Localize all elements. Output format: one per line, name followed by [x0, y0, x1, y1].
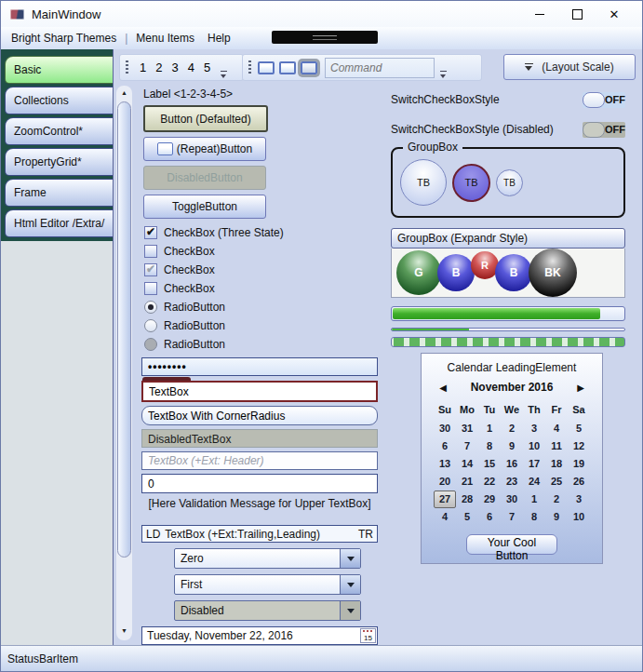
- radio-circle[interactable]: [144, 301, 157, 314]
- scrollbar-thumb[interactable]: [117, 101, 131, 558]
- calendar-day[interactable]: 4: [545, 420, 568, 437]
- prev-month-button[interactable]: ◀: [435, 383, 451, 393]
- menu-item-themes[interactable]: Bright Sharp Themes: [5, 32, 123, 45]
- radio-button[interactable]: RadioButton: [144, 298, 378, 316]
- scroll-down-button[interactable]: ▼: [116, 624, 132, 638]
- checkbox[interactable]: ✔ CheckBox: [144, 242, 378, 261]
- dropdown-button[interactable]: [340, 549, 360, 568]
- calendar-day[interactable]: 9: [501, 437, 523, 455]
- leading-trailing-textbox[interactable]: LD TextBox (+Ext:Trailing,Leading) TR: [141, 525, 378, 543]
- calendar-icon[interactable]: 15: [360, 628, 376, 643]
- combobox-zero[interactable]: Zero: [174, 548, 361, 569]
- date-picker[interactable]: Tuesday, November 22, 2016 15: [141, 626, 378, 645]
- minimize-button[interactable]: [521, 3, 558, 25]
- calendar-day[interactable]: 5: [456, 508, 478, 526]
- checkbox-box[interactable]: ✔: [144, 226, 157, 239]
- number-button[interactable]: 5: [199, 60, 215, 74]
- number-button[interactable]: 1: [135, 60, 151, 74]
- calendar-day[interactable]: 10: [568, 508, 590, 526]
- toolbar-overflow-icon[interactable]: [438, 65, 449, 80]
- toolbar-overflow-icon[interactable]: [219, 65, 229, 80]
- password-box[interactable]: [141, 357, 378, 376]
- calendar-day[interactable]: 23: [501, 473, 523, 491]
- calendar-day[interactable]: 22: [478, 473, 501, 491]
- calendar-day[interactable]: 30: [501, 491, 523, 508]
- calendar-day[interactable]: 6: [434, 437, 456, 455]
- dropdown-button[interactable]: [340, 575, 360, 594]
- sphere-button[interactable]: B: [495, 254, 532, 291]
- layout-window-icon-active[interactable]: [301, 61, 317, 74]
- sphere-button[interactable]: BK: [529, 249, 577, 297]
- menu-thumb-grip[interactable]: [272, 31, 378, 44]
- toggle-button[interactable]: ToggleButton: [143, 195, 266, 219]
- calendar-day[interactable]: 3: [568, 491, 590, 508]
- error-textbox[interactable]: [141, 381, 378, 402]
- number-button[interactable]: 3: [167, 60, 182, 74]
- calendar-day[interactable]: 25: [545, 473, 568, 491]
- calendar-day[interactable]: 27: [434, 491, 456, 508]
- calendar-day[interactable]: 13: [434, 455, 456, 473]
- calendar-day[interactable]: 16: [501, 455, 523, 473]
- tab[interactable]: Html Editor /Extra/: [5, 209, 113, 237]
- calendar-day[interactable]: 29: [478, 491, 501, 508]
- sphere-button[interactable]: G: [396, 250, 441, 295]
- zero-textbox[interactable]: [141, 474, 378, 493]
- maximize-button[interactable]: [558, 3, 596, 25]
- scroll-up-button[interactable]: ▲: [116, 86, 132, 100]
- calendar-day[interactable]: 31: [456, 420, 478, 437]
- radio-circle[interactable]: [144, 338, 157, 351]
- command-input[interactable]: [325, 58, 435, 78]
- calendar-day[interactable]: 14: [456, 455, 478, 473]
- calendar-day[interactable]: 1: [478, 420, 501, 437]
- calendar-day[interactable]: 1: [523, 491, 545, 508]
- close-button[interactable]: ✕: [596, 3, 633, 25]
- tab[interactable]: ZoomControl*: [5, 117, 113, 145]
- your-cool-button[interactable]: Your Cool Button: [466, 534, 557, 555]
- calendar-day[interactable]: 7: [456, 437, 478, 455]
- vertical-scrollbar[interactable]: ▲ ▼: [116, 86, 132, 640]
- calendar-day[interactable]: 6: [478, 508, 501, 526]
- radio-button[interactable]: RadioButton: [144, 335, 378, 354]
- calendar-month-header[interactable]: November 2016: [451, 381, 572, 394]
- calendar-day[interactable]: 17: [523, 455, 545, 473]
- circle-toggle-button[interactable]: TB: [452, 164, 490, 202]
- calendar-day[interactable]: 10: [523, 437, 545, 455]
- toolbar-grip-icon[interactable]: [126, 60, 128, 75]
- default-button[interactable]: Button (Defaulted): [143, 105, 268, 132]
- calendar-day[interactable]: 4: [434, 508, 456, 526]
- checkbox[interactable]: ✔ CheckBox: [144, 261, 378, 279]
- menu-item-menu-items[interactable]: Menu Items: [129, 32, 201, 45]
- calendar-day[interactable]: 2: [501, 420, 523, 437]
- repeat-button[interactable]: (Repeat)Button: [143, 137, 266, 161]
- checkbox[interactable]: ✔ CheckBox (Three State): [144, 223, 378, 242]
- calendar-day[interactable]: 21: [456, 473, 478, 491]
- expander-header[interactable]: GroupBox (Expandr Style): [391, 228, 625, 249]
- calendar-day[interactable]: 18: [545, 455, 568, 473]
- calendar-day[interactable]: 15: [478, 455, 501, 473]
- radio-circle[interactable]: [144, 319, 157, 332]
- calendar-day[interactable]: 24: [523, 473, 545, 491]
- calendar-day[interactable]: 5: [568, 420, 590, 437]
- calendar-day[interactable]: 8: [478, 437, 501, 455]
- calendar-day[interactable]: 30: [434, 420, 456, 437]
- calendar-day[interactable]: 2: [545, 491, 568, 508]
- tab[interactable]: Frame: [5, 179, 113, 207]
- circle-toggle-button[interactable]: TB: [496, 169, 523, 196]
- header-textbox[interactable]: [141, 451, 378, 470]
- calendar-day[interactable]: 19: [568, 455, 590, 473]
- checkbox-box[interactable]: ✔: [144, 282, 157, 295]
- calendar-day[interactable]: 8: [523, 508, 545, 526]
- calendar-day[interactable]: 26: [568, 473, 590, 491]
- calendar-day[interactable]: 3: [523, 420, 545, 437]
- menu-item-help[interactable]: Help: [201, 32, 237, 45]
- switch-checkbox[interactable]: OFF: [583, 92, 625, 108]
- sphere-button[interactable]: B: [437, 254, 475, 291]
- radio-button[interactable]: RadioButton: [144, 316, 378, 335]
- number-button[interactable]: 2: [151, 60, 167, 74]
- number-button[interactable]: 4: [183, 60, 199, 74]
- corner-radius-textbox[interactable]: [141, 406, 378, 425]
- toolbar-grip-icon[interactable]: [248, 60, 251, 75]
- layout-scale-button[interactable]: (Layout Scale): [503, 54, 636, 80]
- calendar-day[interactable]: 9: [545, 508, 568, 526]
- combobox-first[interactable]: First: [174, 574, 361, 595]
